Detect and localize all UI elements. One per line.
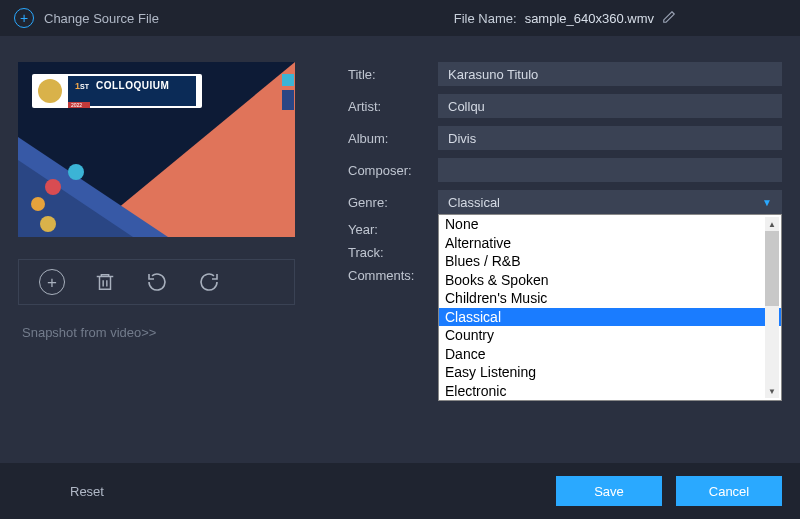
change-source-label: Change Source File <box>44 11 159 26</box>
filename-label: File Name: <box>454 11 517 26</box>
year-label: Year: <box>348 222 438 237</box>
bottombar: Reset Save Cancel <box>0 463 800 519</box>
genre-option[interactable]: Easy Listening <box>439 363 781 382</box>
comments-label: Comments: <box>348 268 438 283</box>
svg-point-8 <box>45 179 61 195</box>
track-label: Track: <box>348 245 438 260</box>
genre-select[interactable]: Classical ▼ <box>438 190 782 214</box>
svg-point-9 <box>68 164 84 180</box>
left-column: 1 ST COLLOQUIUM 2022 + Snapshot from vid… <box>18 62 308 453</box>
title-label: Title: <box>348 67 438 82</box>
save-button[interactable]: Save <box>556 476 662 506</box>
add-button[interactable]: + <box>39 269 65 295</box>
svg-rect-11 <box>282 74 294 86</box>
composer-label: Composer: <box>348 163 438 178</box>
scroll-up-icon[interactable]: ▲ <box>765 217 779 231</box>
genre-label: Genre: <box>348 195 438 210</box>
snapshot-link[interactable]: Snapshot from video>> <box>18 325 308 340</box>
trash-icon[interactable] <box>93 270 117 294</box>
rotate-left-icon[interactable] <box>145 270 169 294</box>
svg-point-5 <box>38 79 62 103</box>
svg-text:2022: 2022 <box>71 102 82 108</box>
artist-input[interactable]: Collqu <box>438 94 782 118</box>
genre-value: Classical <box>448 195 500 210</box>
change-source-button[interactable]: + Change Source File <box>14 8 159 28</box>
rotate-right-icon[interactable] <box>197 270 221 294</box>
plus-circle-icon: + <box>14 8 34 28</box>
album-input[interactable]: Divis <box>438 126 782 150</box>
genre-option[interactable]: Electronic <box>439 382 781 401</box>
thumbnail-toolbar: + <box>18 259 295 305</box>
genre-option[interactable]: Books & Spoken <box>439 271 781 290</box>
topbar: + Change Source File File Name: sample_6… <box>0 0 800 36</box>
cancel-button[interactable]: Cancel <box>676 476 782 506</box>
metadata-form: Title: Karasuno Titulo Artist: Collqu Al… <box>348 62 782 453</box>
artist-label: Artist: <box>348 99 438 114</box>
svg-text:ST: ST <box>80 83 90 90</box>
album-label: Album: <box>348 131 438 146</box>
scroll-down-icon[interactable]: ▼ <box>765 384 779 398</box>
genre-option[interactable]: Children's Music <box>439 289 781 308</box>
video-thumbnail[interactable]: 1 ST COLLOQUIUM 2022 <box>18 62 295 237</box>
filename-display: File Name: sample_640x360.wmv <box>454 10 676 27</box>
genre-dropdown[interactable]: NoneAlternativeBlues / R&BBooks & Spoken… <box>438 214 782 401</box>
scroll-thumb[interactable] <box>765 231 779 306</box>
genre-option[interactable]: Dance <box>439 345 781 364</box>
pencil-icon[interactable] <box>662 10 676 27</box>
composer-input[interactable] <box>438 158 782 182</box>
reset-button[interactable]: Reset <box>48 476 126 506</box>
genre-option[interactable]: Country <box>439 326 781 345</box>
svg-point-10 <box>31 197 45 211</box>
svg-text:COLLOQUIUM: COLLOQUIUM <box>96 80 169 91</box>
svg-rect-12 <box>282 90 294 110</box>
genre-option[interactable]: Alternative <box>439 234 781 253</box>
scrollbar[interactable]: ▲ ▼ <box>765 217 779 398</box>
filename-value: sample_640x360.wmv <box>525 11 654 26</box>
main-area: 1 ST COLLOQUIUM 2022 + Snapshot from vid… <box>0 36 800 463</box>
svg-point-13 <box>40 216 56 232</box>
genre-option[interactable]: Classical <box>439 308 781 327</box>
genre-option[interactable]: Blues / R&B <box>439 252 781 271</box>
title-input[interactable]: Karasuno Titulo <box>438 62 782 86</box>
genre-option[interactable]: None <box>439 215 781 234</box>
chevron-down-icon: ▼ <box>762 197 772 208</box>
